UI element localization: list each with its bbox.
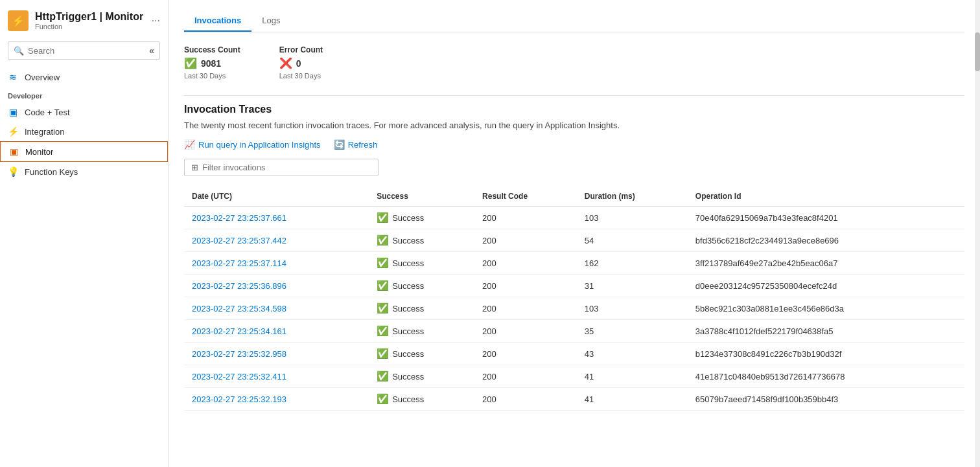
operation-id-cell: 5b8ec921c303a0881e1ee3c456e86d3a — [688, 297, 964, 320]
scrollbar-thumb[interactable] — [975, 32, 980, 71]
result-code-cell: 200 — [474, 388, 577, 411]
table-row[interactable]: 2023-02-27 23:25:34.161✅ Success200353a3… — [184, 320, 964, 343]
app-title: HttpTrigger1 | Monitor — [35, 11, 143, 23]
success-check-icon: ✅ — [377, 302, 389, 314]
error-count-label: Error Count — [279, 45, 323, 54]
sidebar-item-overview[interactable]: ≋ Overview — [0, 67, 168, 87]
sidebar-item-label: Monitor — [25, 147, 53, 157]
result-code-cell: 200 — [474, 297, 577, 320]
sidebar-item-function-keys[interactable]: 💡 Function Keys — [0, 162, 168, 181]
success-cell: ✅ Success — [377, 280, 467, 291]
tab-logs[interactable]: Logs — [251, 10, 290, 32]
table-row[interactable]: 2023-02-27 23:25:32.958✅ Success20043b12… — [184, 343, 964, 365]
app-subtitle: Function — [35, 23, 143, 30]
success-check-icon: ✅ — [377, 370, 389, 382]
success-cell: ✅ Success — [377, 325, 467, 337]
error-x-icon: ❌ — [279, 57, 292, 69]
overview-icon: ≋ — [8, 72, 18, 82]
content-area: Invocations Logs Success Count ✅ 9081 La… — [169, 0, 980, 467]
sidebar-item-code-test[interactable]: ▣ Code + Test — [0, 102, 168, 122]
refresh-label: Refresh — [348, 140, 378, 150]
sidebar-item-integration[interactable]: ⚡ Integration — [0, 122, 168, 141]
duration-cell: 43 — [577, 343, 688, 365]
success-count-number: 9081 — [201, 58, 221, 69]
success-cell: ✅ Success — [377, 393, 467, 405]
refresh-icon: 🔄 — [334, 139, 345, 150]
date-link[interactable]: 2023-02-27 23:25:36.896 — [192, 281, 286, 291]
date-link[interactable]: 2023-02-27 23:25:32.411 — [192, 372, 286, 382]
operation-id-cell: 41e1871c04840eb9513d726147736678 — [688, 365, 964, 388]
success-cell: ✅ Success — [377, 234, 467, 246]
scrollbar[interactable] — [975, 0, 980, 467]
date-link[interactable]: 2023-02-27 23:25:34.161 — [192, 326, 286, 336]
success-cell: ✅ Success — [377, 348, 467, 359]
col-duration: Duration (ms) — [577, 187, 688, 207]
success-period: Last 30 Days — [184, 72, 240, 80]
table-row[interactable]: 2023-02-27 23:25:37.114✅ Success2001623f… — [184, 252, 964, 275]
date-link[interactable]: 2023-02-27 23:25:32.193 — [192, 394, 286, 404]
integration-icon: ⚡ — [8, 126, 18, 137]
success-text: Success — [392, 236, 424, 245]
table-header-row: Date (UTC) Success Result Code Duration … — [184, 187, 964, 207]
success-check-icon: ✅ — [184, 57, 197, 69]
tab-bar: Invocations Logs — [184, 10, 964, 32]
sidebar-item-monitor[interactable]: ▣ Monitor — [0, 141, 168, 162]
success-text: Success — [392, 258, 424, 268]
function-icon: ⚡ — [12, 15, 25, 27]
action-bar: 📈 Run query in Application Insights 🔄 Re… — [184, 139, 964, 150]
result-code-cell: 200 — [474, 229, 577, 252]
sidebar-item-label: Integration — [25, 127, 64, 137]
date-link[interactable]: 2023-02-27 23:25:34.598 — [192, 304, 286, 313]
search-input[interactable] — [28, 46, 145, 56]
col-result-code: Result Code — [474, 187, 577, 207]
success-check-icon: ✅ — [377, 348, 389, 359]
main-content: Invocations Logs Success Count ✅ 9081 La… — [169, 0, 980, 467]
duration-cell: 103 — [577, 297, 688, 320]
col-success: Success — [369, 187, 474, 207]
success-cell: ✅ Success — [377, 370, 467, 382]
date-link[interactable]: 2023-02-27 23:25:37.442 — [192, 236, 286, 245]
sidebar: ⚡ HttpTrigger1 | Monitor Function ··· 🔍 … — [0, 0, 169, 467]
app-header: ⚡ HttpTrigger1 | Monitor Function ··· — [0, 5, 168, 39]
duration-cell: 41 — [577, 388, 688, 411]
date-link[interactable]: 2023-02-27 23:25:37.114 — [192, 258, 286, 268]
table-row[interactable]: 2023-02-27 23:25:36.896✅ Success20031d0e… — [184, 275, 964, 297]
error-count-value: ❌ 0 — [279, 57, 323, 69]
result-code-cell: 200 — [474, 275, 577, 297]
success-check-icon: ✅ — [377, 280, 389, 291]
success-check-icon: ✅ — [377, 393, 389, 405]
date-link[interactable]: 2023-02-27 23:25:37.661 — [192, 213, 286, 223]
divider — [184, 95, 964, 96]
operation-id-cell: d0eee203124c95725350804ecefc24d — [688, 275, 964, 297]
operation-id-cell: 70e40fa62915069a7b43e3feac8f4201 — [688, 207, 964, 229]
collapse-button[interactable]: « — [149, 45, 154, 56]
table-row[interactable]: 2023-02-27 23:25:37.661✅ Success20010370… — [184, 207, 964, 229]
app-icon: ⚡ — [8, 10, 29, 31]
search-box[interactable]: 🔍 « — [8, 41, 160, 60]
tab-invocations[interactable]: Invocations — [184, 10, 251, 32]
operation-id-cell: 3a3788c4f1012fdef522179f04638fa5 — [688, 320, 964, 343]
success-check-icon: ✅ — [377, 325, 389, 337]
sidebar-item-label: Code + Test — [25, 108, 70, 117]
function-keys-icon: 💡 — [8, 166, 18, 177]
sidebar-item-label: Function Keys — [25, 167, 78, 177]
sidebar-item-label: Overview — [25, 73, 60, 82]
success-text: Success — [392, 394, 424, 404]
run-query-link[interactable]: 📈 Run query in Application Insights — [184, 139, 321, 150]
table-row[interactable]: 2023-02-27 23:25:32.411✅ Success2004141e… — [184, 365, 964, 388]
filter-input[interactable] — [202, 163, 371, 172]
success-cell: ✅ Success — [377, 302, 467, 314]
result-code-cell: 200 — [474, 343, 577, 365]
table-row[interactable]: 2023-02-27 23:25:32.193✅ Success20041650… — [184, 388, 964, 411]
table-row[interactable]: 2023-02-27 23:25:37.442✅ Success20054bfd… — [184, 229, 964, 252]
refresh-link[interactable]: 🔄 Refresh — [334, 139, 378, 150]
col-date: Date (UTC) — [184, 187, 369, 207]
invocations-table: Date (UTC) Success Result Code Duration … — [184, 187, 964, 411]
date-link[interactable]: 2023-02-27 23:25:32.958 — [192, 349, 286, 359]
more-options-icon[interactable]: ··· — [152, 15, 160, 27]
result-code-cell: 200 — [474, 365, 577, 388]
success-text: Success — [392, 372, 424, 382]
filter-box[interactable]: ⊞ — [184, 159, 379, 176]
success-check-icon: ✅ — [377, 257, 389, 269]
table-row[interactable]: 2023-02-27 23:25:34.598✅ Success2001035b… — [184, 297, 964, 320]
